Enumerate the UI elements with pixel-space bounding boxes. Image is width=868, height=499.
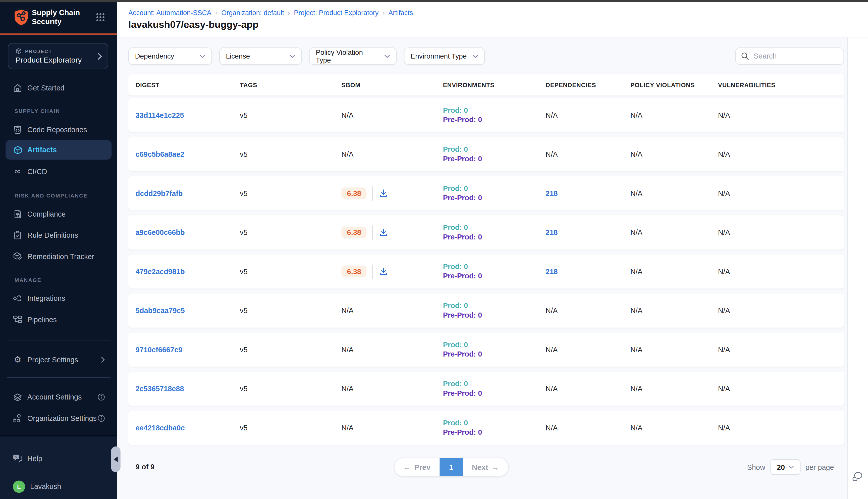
sidebar-item-label: Artifacts xyxy=(27,146,57,154)
sidebar-item-artifacts[interactable]: Artifacts xyxy=(5,140,112,160)
sidebar-divider xyxy=(7,340,111,340)
env-preprod-count: Pre-Prod: 0 xyxy=(443,389,546,398)
sbom-download-button[interactable] xyxy=(379,227,388,238)
breadcrumb-organization-link[interactable]: Organization: default xyxy=(221,9,284,17)
table-row: 9710cf6667c9 v5 N/A Prod: 0 Pre-Prod: 0 … xyxy=(128,333,844,367)
vulnerabilities-cell: N/A xyxy=(718,424,844,432)
sidebar-item-organization-settings[interactable]: Organization Settings xyxy=(5,409,112,428)
sbom-na: N/A xyxy=(341,306,354,315)
page-header: Account: Automation-SSCA › Organization:… xyxy=(117,2,868,37)
sidebar-item-get-started[interactable]: Get Started xyxy=(5,78,112,98)
sbom-divider xyxy=(372,264,373,279)
sidebar-item-integrations[interactable]: Integrations xyxy=(5,289,112,308)
env-prod-count: Prod: 0 xyxy=(443,418,546,428)
breadcrumb-account-link[interactable]: Account: Automation-SSCA xyxy=(128,9,211,17)
tags-cell: v5 xyxy=(240,306,341,315)
digest-link[interactable]: c69c5b6a8ae2 xyxy=(136,150,184,159)
sbom-download-button[interactable] xyxy=(379,188,388,198)
license-filter-dropdown[interactable]: License xyxy=(219,48,302,65)
dependencies-value[interactable]: 218 xyxy=(546,189,558,197)
sbom-na: N/A xyxy=(341,385,354,393)
tags-cell: v5 xyxy=(240,267,341,276)
env-prod-count: Prod: 0 xyxy=(443,301,546,311)
digest-cell: dcdd29b7fafb xyxy=(136,189,240,197)
search-input[interactable] xyxy=(735,48,844,65)
digest-link[interactable]: 33d114e1c225 xyxy=(136,111,184,119)
vulnerabilities-cell: N/A xyxy=(718,189,844,197)
next-page-button[interactable]: Next → xyxy=(463,458,508,476)
sidebar-item-compliance[interactable]: Compliance xyxy=(5,204,112,224)
sbom-download-button[interactable] xyxy=(379,267,388,277)
search-icon xyxy=(741,52,749,60)
page-title: lavakush07/easy-buggy-app xyxy=(128,19,258,31)
sidebar-item-help[interactable]: ? Help xyxy=(5,449,112,468)
sidebar-item-label: Compliance xyxy=(27,210,65,218)
env-prod-count: Prod: 0 xyxy=(443,379,546,389)
sidebar-item-project-settings[interactable]: ⚙ Project Settings xyxy=(5,350,112,369)
current-page-button[interactable]: 1 xyxy=(439,458,463,476)
env-preprod-count: Pre-Prod: 0 xyxy=(443,154,546,163)
sidebar-item-label: Get Started xyxy=(27,84,64,92)
vulnerabilities-cell: N/A xyxy=(718,385,844,393)
tags-cell: v5 xyxy=(240,189,341,197)
vulnerabilities-cell: N/A xyxy=(718,150,844,159)
digest-cell: c69c5b6a8ae2 xyxy=(136,150,240,159)
sidebar-item-code-repositories[interactable]: Code Repositories xyxy=(5,120,112,140)
page-size-select[interactable]: 20 xyxy=(770,459,801,475)
digest-link[interactable]: ee4218cdba0c xyxy=(136,424,185,432)
env-preprod-count: Pre-Prod: 0 xyxy=(443,272,546,281)
sidebar-item-pipelines[interactable]: Pipelines xyxy=(5,310,112,329)
policy-violations-cell: N/A xyxy=(630,424,718,432)
info-icon[interactable] xyxy=(98,393,105,401)
sidebar-item-cicd[interactable]: ∞ CI/CD xyxy=(5,162,112,181)
environment-type-filter-dropdown[interactable]: Environment Type xyxy=(404,48,485,65)
table-row: a9c6e00c66bb v5 6.38 Prod: 0 Pre-Prod: 0… xyxy=(128,215,844,249)
dependencies-value[interactable]: 218 xyxy=(546,228,558,236)
support-chat-icon[interactable] xyxy=(853,472,863,482)
sidebar-item-account-settings[interactable]: Account Settings xyxy=(5,387,112,407)
project-selector[interactable]: PROJECT Product Exploratory xyxy=(8,43,108,69)
project-cube-icon xyxy=(15,48,22,54)
breadcrumb-artifacts-link[interactable]: Artifacts xyxy=(388,9,413,17)
sidebar-divider xyxy=(7,377,111,378)
prev-page-button[interactable]: ← Prev xyxy=(394,458,439,476)
sbom-cell: 6.38 xyxy=(341,186,443,201)
column-header-environments: ENVIRONMENTS xyxy=(443,82,546,88)
sbom-na: N/A xyxy=(341,150,354,159)
vulnerabilities-cell: N/A xyxy=(718,111,844,119)
sidebar-section-risk-compliance: RISK AND COMPLIANCE xyxy=(15,193,88,198)
dependencies-value[interactable]: 218 xyxy=(546,267,558,276)
sbom-score-badge[interactable]: 6.38 xyxy=(341,227,367,239)
digest-link[interactable]: 2c5365718e88 xyxy=(136,385,184,393)
dependency-filter-dropdown[interactable]: Dependency xyxy=(128,48,212,65)
brand-logo[interactable]: Supply Chain Security xyxy=(0,2,117,33)
user-menu[interactable]: L Lavakush xyxy=(5,477,112,496)
sbom-score-badge[interactable]: 6.38 xyxy=(341,187,367,199)
brand-title: Supply Chain Security xyxy=(32,8,80,26)
sidebar-collapse-handle[interactable] xyxy=(111,447,121,472)
sidebar-item-remediation-tracker[interactable]: Remediation Tracker xyxy=(5,247,112,266)
collapse-left-arrow-icon xyxy=(114,457,118,462)
sidebar-item-label: Project Settings xyxy=(27,355,78,364)
column-header-policy-violations: POLICY VIOLATIONS xyxy=(630,82,718,88)
app-switcher-icon[interactable] xyxy=(96,13,105,22)
info-icon[interactable] xyxy=(98,415,105,422)
breadcrumb-project-link[interactable]: Project: Product Exploratory xyxy=(294,9,379,17)
chevron-down-icon xyxy=(467,54,478,58)
sbom-score-badge[interactable]: 6.38 xyxy=(341,266,367,277)
digest-link[interactable]: a9c6e00c66bb xyxy=(136,228,185,236)
sidebar-item-rule-definitions[interactable]: Rule Definitions xyxy=(5,226,112,245)
sbom-cell: N/A xyxy=(341,111,443,119)
digest-link[interactable]: 9710cf6667c9 xyxy=(136,345,182,354)
policy-violation-type-filter-dropdown[interactable]: Policy Violation Type xyxy=(309,48,397,65)
svg-text:?: ? xyxy=(15,455,17,459)
sbom-cell: N/A xyxy=(341,424,443,432)
digest-cell: ee4218cdba0c xyxy=(136,424,240,432)
gear-icon: ⚙ xyxy=(13,355,22,365)
digest-link[interactable]: dcdd29b7fafb xyxy=(136,189,183,197)
digest-link[interactable]: 5dab9caa79c5 xyxy=(136,306,185,315)
environments-cell: Prod: 0 Pre-Prod: 0 xyxy=(443,418,546,437)
digest-link[interactable]: 479e2acd981b xyxy=(136,267,185,276)
env-prod-count: Prod: 0 xyxy=(443,106,546,115)
org-chart-gear-icon xyxy=(13,414,22,423)
